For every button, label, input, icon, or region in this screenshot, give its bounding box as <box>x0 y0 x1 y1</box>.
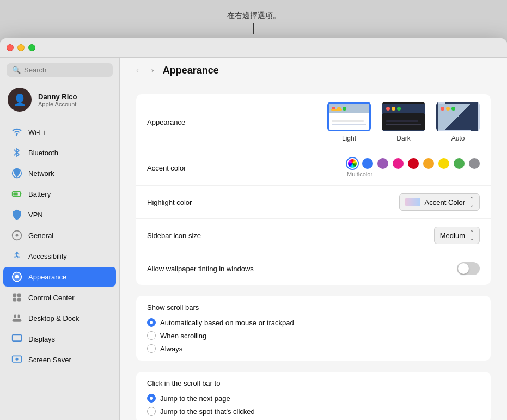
vpn-icon <box>11 209 23 221</box>
maximize-button[interactable] <box>28 44 35 51</box>
multicolor-label: Multicolor <box>347 171 372 178</box>
sidebar-item-control-center[interactable]: Control Center <box>3 288 116 307</box>
svg-rect-2 <box>21 193 22 194</box>
page-title: Appearance <box>163 65 219 76</box>
auto-label: Auto <box>451 135 465 142</box>
sidebar-item-wifi[interactable]: Wi-Fi <box>3 122 116 142</box>
scroll-auto-label: Automatically based on mouse or trackpad <box>160 319 294 327</box>
sidebar-icon-size-row: Sidebar icon size Medium ⌃⌄ <box>136 219 491 252</box>
sidebar-item-battery[interactable]: Battery <box>3 184 116 204</box>
appearance-options: Light <box>327 102 480 142</box>
appearance-option-auto[interactable]: Auto <box>436 102 480 142</box>
svg-rect-12 <box>13 319 22 322</box>
content-body: Appearance <box>120 83 507 420</box>
wallpaper-tinting-toggle[interactable] <box>457 262 480 275</box>
sidebar-label-network: Network <box>28 169 54 178</box>
scroll-click-section: Click in the scroll bar to Jump to the n… <box>136 372 491 420</box>
back-button[interactable]: ‹ <box>133 64 142 76</box>
avatar: 👤 <box>8 88 32 112</box>
traffic-lights <box>7 44 35 51</box>
color-dot-red[interactable] <box>408 158 419 169</box>
scroll-spot-clicked-radio[interactable] <box>147 407 156 416</box>
scroll-next-page-radio[interactable] <box>147 394 156 403</box>
close-button[interactable] <box>7 44 14 51</box>
sidebar-item-vpn[interactable]: VPN <box>3 205 116 224</box>
displays-icon <box>11 333 23 345</box>
sidebar-icon-size-dropdown[interactable]: Medium ⌃⌄ <box>434 227 480 244</box>
sidebar-item-desktop-dock[interactable]: Desktop & Dock <box>3 308 116 328</box>
sidebar-label-desktop-dock: Desktop & Dock <box>28 314 79 322</box>
main-window: 🔍 👤 Danny Rico Apple Account Wi-Fi <box>0 38 507 420</box>
highlight-preview <box>405 198 420 206</box>
wallpaper-tinting-control <box>256 262 480 275</box>
scroll-auto-radio[interactable] <box>147 318 156 327</box>
dark-label: Dark <box>396 135 410 142</box>
appearance-thumb-auto[interactable] <box>436 102 480 131</box>
sidebar-item-screen-saver[interactable]: Screen Saver <box>3 350 116 369</box>
color-dot-orange[interactable] <box>423 158 434 169</box>
scroll-always-option[interactable]: Always <box>147 344 480 353</box>
general-icon <box>11 229 23 241</box>
minimize-button[interactable] <box>17 44 25 51</box>
color-dot-graphite[interactable] <box>469 158 480 169</box>
appearance-thumb-dark[interactable] <box>382 102 425 131</box>
svg-rect-3 <box>13 193 17 196</box>
accessibility-icon <box>11 250 23 262</box>
highlight-chevron-icon: ⌃⌄ <box>469 196 474 208</box>
scroll-when-scrolling-radio[interactable] <box>147 331 156 340</box>
sidebar-item-accessibility[interactable]: Accessibility <box>3 246 116 266</box>
sidebar-size-chevron-icon: ⌃⌄ <box>469 229 474 241</box>
scroll-next-page-option[interactable]: Jump to the next page <box>147 394 480 403</box>
search-input[interactable] <box>24 66 107 74</box>
appearance-option-dark[interactable]: Dark <box>382 102 425 142</box>
sidebar-label-vpn: VPN <box>28 211 43 219</box>
accent-color-row: Accent color <box>136 150 491 186</box>
settings-section-main: Appearance <box>136 94 491 285</box>
scroll-auto-option[interactable]: Automatically based on mouse or trackpad <box>147 318 480 327</box>
color-dot-green[interactable] <box>454 158 465 169</box>
color-dot-multicolor[interactable] <box>347 158 358 169</box>
desktop-dock-icon <box>11 312 23 324</box>
color-dot-pink[interactable] <box>393 158 404 169</box>
appearance-selector: Light <box>256 102 480 142</box>
highlight-color-dropdown[interactable]: Accent Color ⌃⌄ <box>399 193 480 211</box>
user-section[interactable]: 👤 Danny Rico Apple Account <box>0 82 119 117</box>
wifi-icon <box>11 126 23 138</box>
content-header: ‹ › Appearance <box>120 58 507 83</box>
search-box[interactable]: 🔍 <box>7 63 113 77</box>
user-name: Danny Rico <box>38 93 77 101</box>
wallpaper-tinting-label: Allow wallpaper tinting in windows <box>147 265 256 273</box>
control-center-icon <box>11 291 23 303</box>
sidebar-item-appearance[interactable]: Appearance <box>3 267 116 287</box>
scroll-bars-section: Show scroll bars Automatically based on … <box>136 296 491 361</box>
sidebar-item-general[interactable]: General <box>3 226 116 245</box>
svg-rect-11 <box>17 298 21 302</box>
scroll-click-group: Click in the scroll bar to Jump to the n… <box>136 372 491 420</box>
svg-point-7 <box>15 275 19 279</box>
scroll-spot-clicked-option[interactable]: Jump to the spot that's clicked <box>147 407 480 416</box>
svg-point-17 <box>16 358 19 361</box>
highlight-color-label: Highlight color <box>147 198 256 206</box>
highlight-color-row: Highlight color Accent Color ⌃⌄ <box>136 186 491 219</box>
sidebar-item-displays[interactable]: Displays <box>3 329 116 349</box>
accent-color-label: Accent color <box>147 164 256 172</box>
scroll-always-radio[interactable] <box>147 344 156 353</box>
scroll-when-scrolling-option[interactable]: When scrolling <box>147 331 480 340</box>
svg-rect-9 <box>17 294 21 297</box>
highlight-color-value: Accent Color <box>425 198 465 206</box>
color-dot-purple[interactable] <box>377 158 388 169</box>
appearance-thumb-light[interactable] <box>327 102 371 131</box>
accent-colors: Multicolor <box>347 158 480 178</box>
svg-rect-13 <box>14 314 16 318</box>
forward-button[interactable]: › <box>148 64 157 76</box>
color-dot-blue[interactable] <box>362 158 373 169</box>
sidebar-item-network[interactable]: Network <box>3 163 116 183</box>
color-dot-yellow[interactable] <box>438 158 449 169</box>
main-content: ‹ › Appearance Appearance <box>120 58 507 420</box>
scroll-bars-group: Show scroll bars Automatically based on … <box>136 296 491 361</box>
scroll-click-title: Click in the scroll bar to <box>147 379 480 387</box>
battery-icon <box>11 188 23 200</box>
sidebar-item-bluetooth[interactable]: Bluetooth <box>3 143 116 162</box>
appearance-option-light[interactable]: Light <box>327 102 371 142</box>
scroll-spot-clicked-label: Jump to the spot that's clicked <box>160 407 255 416</box>
